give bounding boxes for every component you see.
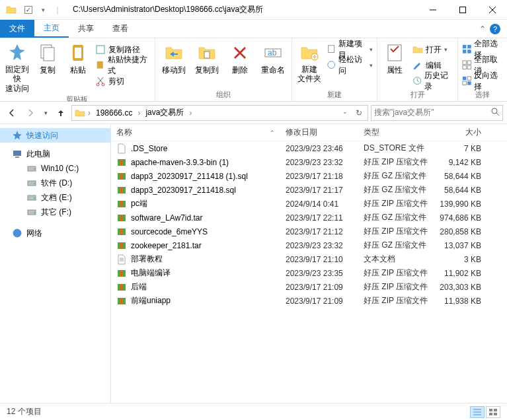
delete-button[interactable]: 删除 xyxy=(225,41,254,76)
file-row[interactable]: 部署教程2023/9/17 21:10文本文档3 KB xyxy=(111,252,507,266)
sidebar-drive[interactable]: 软件 (D:) xyxy=(0,176,110,190)
file-type: 好压 ZIP 压缩文件 xyxy=(358,295,439,306)
column-name[interactable]: 名称⌃ xyxy=(111,127,280,138)
file-size: 7 KB xyxy=(439,144,487,153)
minimize-button[interactable] xyxy=(418,0,448,20)
column-type[interactable]: 类型 xyxy=(358,127,439,138)
breadcrumb-item[interactable]: 198666.cc xyxy=(93,108,135,118)
file-size: 11,938 KB xyxy=(439,297,487,306)
view-details-button[interactable] xyxy=(470,406,485,418)
column-headers: 名称⌃ 修改日期 类型 大小 xyxy=(111,124,507,141)
status-bar: 12 个项目 xyxy=(0,403,507,420)
select-none-icon xyxy=(462,60,472,71)
pin-quick-access-button[interactable]: 固定到快 速访问 xyxy=(4,41,30,93)
svg-rect-31 xyxy=(15,157,19,158)
ribbon-body: 固定到快 速访问 复制 粘贴 复制路径 粘贴快捷方式 xyxy=(0,38,507,102)
file-row[interactable]: software_LAw7id.tar2023/9/17 22:11好压 GZ … xyxy=(111,211,507,225)
paste-button[interactable]: 粘贴 xyxy=(65,41,91,76)
cut-button[interactable]: 剪切 xyxy=(95,74,151,88)
file-type: 好压 ZIP 压缩文件 xyxy=(358,281,439,293)
window-title: C:\Users\Administrator\Desktop\198666.cc… xyxy=(67,4,263,15)
svg-rect-30 xyxy=(13,151,21,156)
svg-rect-5 xyxy=(97,46,104,53)
paste-shortcut-button[interactable]: 粘贴快捷方式 xyxy=(95,58,151,73)
sidebar-network[interactable]: 网络 xyxy=(0,226,110,240)
svg-rect-46 xyxy=(120,187,123,193)
open-icon xyxy=(412,44,423,55)
chevron-right-icon[interactable]: › xyxy=(88,108,91,118)
history-button[interactable]: 历史记录 xyxy=(412,74,453,88)
svg-rect-42 xyxy=(120,159,123,166)
properties-icon xyxy=(384,42,405,63)
paste-shortcut-icon xyxy=(95,60,105,71)
file-row[interactable]: sourcecode_6meYYS2023/9/17 21:12好压 ZIP 压… xyxy=(111,225,507,238)
help-button[interactable]: ? xyxy=(490,24,500,34)
svg-rect-50 xyxy=(120,215,123,221)
rename-button[interactable]: ab 重命名 xyxy=(258,41,288,76)
file-row[interactable]: apache-maven-3.9.3-bin (1)2023/9/23 23:3… xyxy=(111,155,507,169)
move-to-button[interactable]: 移动到 xyxy=(159,41,188,76)
properties-button[interactable]: 属性 xyxy=(381,41,408,76)
forward-button[interactable] xyxy=(22,105,38,121)
close-button[interactable] xyxy=(477,0,507,20)
view-large-button[interactable] xyxy=(486,406,500,418)
tab-share[interactable]: 共享 xyxy=(69,20,103,38)
recent-dropdown[interactable]: ▾ xyxy=(41,105,50,121)
column-size[interactable]: 大小 xyxy=(439,127,487,138)
svg-rect-56 xyxy=(120,270,123,277)
sidebar-quick-access[interactable]: 快速访问 xyxy=(0,128,110,143)
search-input[interactable]: 搜索"java交易所" xyxy=(371,105,503,121)
chevron-right-icon[interactable]: › xyxy=(189,108,192,118)
new-folder-icon xyxy=(299,42,320,63)
file-row[interactable]: zookeeper_2181.tar2023/9/23 23:32好压 GZ 压… xyxy=(111,238,507,252)
file-type-icon xyxy=(116,282,127,293)
file-row[interactable]: 前端uniapp2023/9/17 21:09好压 ZIP 压缩文件11,938… xyxy=(111,294,507,308)
qat-dropdown[interactable]: ▾ xyxy=(38,3,48,17)
breadcrumb-item[interactable]: java交易所 xyxy=(143,107,186,118)
file-row[interactable]: dapp3_20230917_211418.sql2023/9/17 21:17… xyxy=(111,183,507,197)
file-size: 58,644 KB xyxy=(439,172,487,181)
refresh-button[interactable]: ↻ xyxy=(353,108,365,118)
file-size: 9,142 KB xyxy=(439,158,487,167)
file-row[interactable]: 后端2023/9/17 21:09好压 ZIP 压缩文件203,303 KB xyxy=(111,280,507,294)
column-date[interactable]: 修改日期 xyxy=(280,127,358,138)
file-row[interactable]: .DS_Store2023/9/23 23:46DS_STORE 文件7 KB xyxy=(111,141,507,155)
svg-point-39 xyxy=(34,212,35,213)
tab-home[interactable]: 主页 xyxy=(34,20,69,38)
file-row[interactable]: pc端2024/9/14 0:41好压 ZIP 压缩文件139,990 KB xyxy=(111,197,507,211)
drive-icon xyxy=(26,192,37,203)
easy-access-button[interactable]: 轻松访问 ▾ xyxy=(327,58,373,73)
qat-properties[interactable]: ✓ xyxy=(21,3,36,17)
address-bar[interactable]: › 198666.cc › java交易所 › ⌄ ↻ xyxy=(71,105,368,121)
sidebar-drive[interactable]: Win10 (C:) xyxy=(0,161,110,176)
file-type-icon xyxy=(116,254,127,265)
ribbon-collapse[interactable]: ⌃ xyxy=(479,24,486,34)
file-row[interactable]: dapp3_20230917_211418 (1).sql2023/9/17 2… xyxy=(111,169,507,183)
qat-separator: | xyxy=(50,3,65,17)
file-row[interactable]: 电脑端编译2023/9/23 23:35好压 ZIP 压缩文件11,902 KB xyxy=(111,266,507,280)
up-button[interactable] xyxy=(53,105,69,121)
sidebar-this-pc[interactable]: 此电脑 xyxy=(0,147,110,161)
address-dropdown[interactable]: ⌄ xyxy=(338,108,352,118)
file-type-icon xyxy=(116,296,127,306)
file-type: 好压 ZIP 压缩文件 xyxy=(358,226,439,237)
svg-rect-15 xyxy=(388,45,401,61)
svg-rect-28 xyxy=(467,81,471,85)
file-size: 139,990 KB xyxy=(439,199,487,209)
tab-view[interactable]: 查看 xyxy=(103,20,137,38)
sidebar-drive[interactable]: 其它 (F:) xyxy=(0,205,110,219)
new-folder-button[interactable]: 新建 文件夹 xyxy=(296,41,323,84)
copy-to-button[interactable]: 复制到 xyxy=(192,41,221,76)
file-type-icon xyxy=(116,240,127,251)
sidebar-drive[interactable]: 文档 (E:) xyxy=(0,190,110,205)
open-button[interactable]: 打开 ▾ xyxy=(412,42,453,57)
svg-rect-61 xyxy=(489,409,492,411)
maximize-button[interactable] xyxy=(448,0,477,20)
back-button[interactable] xyxy=(4,105,20,121)
file-type: 好压 GZ 压缩文件 xyxy=(358,170,439,182)
copy-button[interactable]: 复制 xyxy=(34,41,61,76)
chevron-right-icon[interactable]: › xyxy=(137,108,140,118)
invert-selection-button[interactable]: 反向选择 xyxy=(462,74,503,88)
tab-file[interactable]: 文件 xyxy=(0,20,34,38)
file-size: 11,902 KB xyxy=(439,269,487,278)
